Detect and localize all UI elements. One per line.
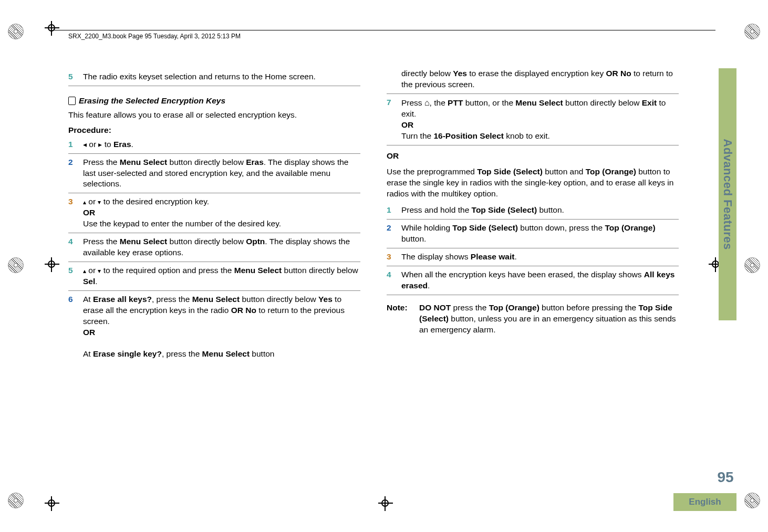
- right-column: directly below Yes to erase the displaye…: [387, 68, 700, 469]
- bold: Top (Orange): [605, 223, 655, 232]
- step-2: 2 Press the Menu Select button directly …: [68, 157, 360, 190]
- bold: Menu Select: [192, 295, 240, 304]
- crop-mark-icon: [45, 21, 59, 36]
- txt: button directly below: [240, 295, 318, 304]
- menu-text: No: [243, 306, 256, 315]
- note: Note: DO NOT press the Top (Orange) butt…: [387, 302, 679, 336]
- menu-text: Optn: [246, 237, 265, 246]
- txt: Turn the: [401, 131, 433, 140]
- step-text: Press the Menu Select button directly be…: [83, 157, 360, 190]
- step-5-prev: 5 The radio exits keyset selection and r…: [68, 71, 360, 82]
- step-number: 2: [68, 157, 83, 190]
- txt: , press the: [162, 349, 202, 358]
- txt: button, unless you are in an emergency s…: [419, 314, 676, 334]
- alt-step-3: 3 The display shows Please wait.: [387, 252, 679, 263]
- txt: While holding: [401, 223, 452, 232]
- step-number: 5: [68, 265, 83, 287]
- side-tab: Advanced Features: [719, 68, 736, 320]
- menu-text: Erase all keys?: [93, 295, 152, 304]
- divider: [68, 290, 360, 291]
- left-column: 5 The radio exits keyset selection and r…: [68, 68, 360, 469]
- txt: to the required option and press the: [101, 266, 234, 275]
- step-6: 6 At Erase all keys?, press the Menu Sel…: [68, 294, 360, 360]
- txt: Press: [401, 98, 424, 107]
- bold: Top Side (Select): [472, 205, 537, 214]
- page-body: 5 The radio exits keyset selection and r…: [68, 68, 700, 469]
- registration-hatch: [744, 493, 760, 508]
- bold: Menu Select: [202, 349, 250, 358]
- step-text: At Erase all keys?, press the Menu Selec…: [83, 294, 360, 360]
- menu-text: Erase single key?: [93, 349, 162, 358]
- or-label: OR: [83, 208, 95, 217]
- header-rule: [53, 30, 715, 30]
- divider: [387, 219, 679, 220]
- txt: When all the encryption keys have been e…: [401, 270, 644, 279]
- crop-mark-icon: [45, 257, 59, 272]
- registration-hatch: [8, 493, 24, 508]
- divider: [387, 295, 679, 295]
- step-6-continued: directly below Yes to erase the displaye…: [401, 68, 679, 90]
- txt: .: [95, 277, 97, 286]
- divider: [387, 266, 679, 266]
- txt: to the desired encryption key.: [101, 197, 209, 206]
- txt: or: [86, 197, 98, 206]
- step-text: or to the desired encryption key. OR Use…: [83, 196, 360, 230]
- bold: Top (Orange): [489, 303, 539, 312]
- step-text: Press and hold the Top Side (Select) but…: [401, 205, 679, 216]
- txt: button directly below: [167, 237, 246, 246]
- book-icon: [68, 97, 76, 105]
- bold: Menu Select: [120, 237, 167, 246]
- bold: Menu Select: [234, 266, 282, 275]
- step-1: 1 or to Eras.: [68, 139, 360, 150]
- or-label: OR: [387, 151, 399, 160]
- txt: button before pressing the: [539, 303, 639, 312]
- step-7: 7 Press , the PTT button, or the Menu Se…: [387, 97, 679, 142]
- txt: Use the keypad to enter the number of th…: [83, 219, 281, 228]
- running-header: SRX_2200_M3.book Page 95 Tuesday, April …: [68, 33, 241, 40]
- menu-text: Sel: [83, 277, 95, 286]
- registration-hatch: [744, 24, 760, 39]
- alt-step-4: 4 When all the encryption keys have been…: [387, 269, 679, 291]
- txt: or: [86, 266, 98, 275]
- step-4: 4 Press the Menu Select button directly …: [68, 236, 360, 258]
- step-text: or to Eras.: [83, 139, 360, 150]
- divider: [387, 145, 679, 145]
- home-icon: [424, 98, 430, 107]
- step-3: 3 or to the desired encryption key. OR U…: [68, 196, 360, 230]
- menu-text: Yes: [453, 69, 467, 78]
- procedure-label: Procedure:: [68, 125, 360, 136]
- menu-text: No: [618, 69, 631, 78]
- txt: button and: [543, 167, 586, 176]
- alt-step-2: 2 While holding Top Side (Select) button…: [387, 223, 679, 245]
- txt: .: [428, 281, 430, 290]
- or-label: OR: [231, 306, 243, 315]
- txt: , the: [430, 98, 448, 107]
- bold: Top Side (Select): [477, 167, 543, 176]
- bold: PTT: [448, 98, 463, 107]
- step-text: The display shows Please wait.: [401, 252, 679, 263]
- registration-hatch: [744, 257, 760, 273]
- note-label: Note:: [387, 302, 419, 336]
- step-text: When all the encryption keys have been e…: [401, 269, 679, 291]
- step-number: 2: [387, 223, 401, 245]
- step-number: 1: [387, 205, 401, 216]
- txt: button directly below: [563, 98, 642, 107]
- txt: .: [514, 252, 516, 261]
- divider: [68, 262, 360, 262]
- bold: Top (Orange): [586, 167, 636, 176]
- language-tab: English: [673, 493, 736, 511]
- alt-step-1: 1 Press and hold the Top Side (Select) b…: [387, 205, 679, 216]
- txt: button.: [401, 234, 426, 243]
- txt: .: [131, 140, 133, 149]
- txt: Press the: [83, 158, 120, 166]
- txt: button.: [537, 205, 564, 214]
- step-number: 5: [68, 71, 83, 82]
- step-text: Press the Menu Select button directly be…: [83, 236, 360, 258]
- menu-text: Exit: [642, 98, 657, 107]
- step-number: 3: [68, 196, 83, 230]
- menu-text: Yes: [318, 295, 333, 304]
- step-text: Press , the PTT button, or the Menu Sele…: [401, 97, 679, 142]
- page-number: 95: [714, 469, 736, 486]
- bold: Top Side (Select): [452, 223, 518, 232]
- registration-hatch: [8, 24, 24, 39]
